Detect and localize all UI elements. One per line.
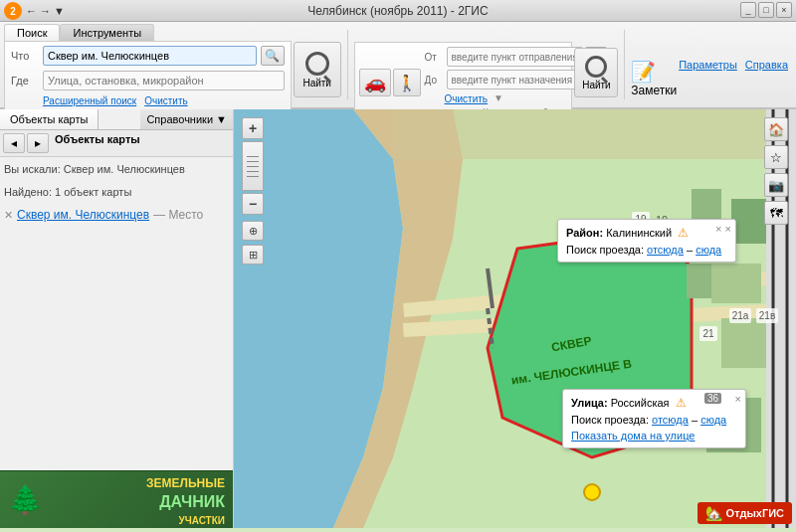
layers-button[interactable]: ⊞ — [242, 245, 264, 265]
otdyh-banner[interactable]: 🏡 ОтдыхГИС — [697, 502, 792, 524]
quick-dropdown[interactable]: ▼ — [54, 5, 65, 17]
window-controls: _ □ × — [740, 2, 792, 18]
popup2-from-link[interactable]: отсюда — [652, 414, 689, 426]
search-result-query: Вы искали: Сквер им. Челюскинцев — [4, 161, 229, 178]
popup1-route: Поиск проезда: отсюда – сюда — [566, 244, 727, 256]
search-button-small[interactable]: 🔍 — [261, 46, 285, 66]
quick-forward[interactable]: → — [40, 5, 51, 17]
find-button[interactable]: Найти — [294, 42, 341, 97]
zaметки-label: Заметки — [631, 84, 677, 97]
result-name-0[interactable]: Сквер им. Челюскинцев — [17, 208, 149, 222]
result-item-0[interactable]: ✕ Сквер им. Челюскинцев — Место — [4, 206, 229, 224]
map-scale-bar — [242, 141, 264, 191]
map-controls: + − ⊕ ⊞ — [242, 117, 264, 265]
otdyh-house-icon: 🏡 — [705, 505, 722, 521]
sidebar-section-title: Объекты карты — [55, 133, 140, 153]
app-logo[interactable]: 2 — [4, 2, 22, 20]
popup2-show-link[interactable]: Показать дома на улице — [571, 430, 737, 442]
quick-access-bar: ← → ▼ — [26, 5, 65, 17]
zaметки-button[interactable]: 📝 Заметки — [631, 60, 677, 97]
otdyh-text: ОтдыхГИС — [726, 507, 784, 519]
route-dropdown-arrow[interactable]: ▼ — [494, 92, 505, 104]
svg-point-37 — [584, 484, 600, 500]
popup2-dash: – — [692, 414, 700, 426]
window-title: Челябинск (ноябрь 2011) - 2ГИС — [307, 4, 488, 18]
ad-text: ЗЕМЕЛЬНЫЕ ДАЧНИК УЧАСТКИ В СОБСТВЕННОСТЬ… — [134, 475, 225, 529]
search-where-input[interactable] — [43, 71, 285, 90]
popup1-warning-icon: ⚠ — [678, 226, 689, 240]
ribbon-right-panel: Параметры Справка — [679, 24, 792, 105]
map-icon-1[interactable]: 🏠 — [764, 117, 788, 141]
popup1-close[interactable]: × × — [715, 223, 731, 235]
popup2-pin: 36 — [704, 393, 721, 404]
map-icon-2[interactable]: ☆ — [764, 145, 788, 169]
ribbon-divider-2 — [624, 30, 625, 99]
zoom-out-button[interactable]: − — [242, 193, 264, 215]
where-label: Где — [11, 75, 39, 87]
svg-rect-3 — [393, 109, 791, 159]
route-car-icon[interactable]: 🚗 — [359, 69, 391, 96]
popup2-to-link[interactable]: сюда — [700, 414, 726, 426]
ad-banner[interactable]: 🌲 ЗЕМЕЛЬНЫЕ ДАЧНИК УЧАСТКИ В СОБСТВЕННОС… — [0, 470, 233, 528]
tab-tools[interactable]: Инструменты — [60, 24, 154, 41]
popup2-close[interactable]: × — [735, 393, 741, 405]
sidebar-content: Вы искали: Сквер им. Челюскинцев Найдено… — [0, 157, 233, 470]
sidebar: Объекты карты Справочники ▼ ◂ ▸ Объекты … — [0, 109, 234, 528]
popup-street: 36 × Улица: Российская ⚠ Поиск проезда: … — [562, 389, 746, 448]
result-type-0: — Место — [153, 208, 203, 222]
popup1-from-link[interactable]: отсюда — [647, 244, 684, 256]
sidebar-tab-objects[interactable]: Объекты карты — [0, 109, 99, 129]
popup2-street-label: Улица: — [571, 397, 608, 409]
route-find-button[interactable]: Найти — [574, 48, 618, 97]
result-icon-0: ✕ — [4, 209, 13, 222]
route-to-input[interactable] — [447, 70, 583, 89]
popup-district: × × Район: Калининский ⚠ Поиск проезда: … — [557, 219, 736, 263]
map-right-icons: 🏠 ☆ 📷 🗺 — [764, 117, 788, 225]
minimize-button[interactable]: _ — [740, 2, 756, 18]
compass-button[interactable]: ⊕ — [242, 221, 264, 241]
map-icon-4[interactable]: 🗺 — [764, 201, 788, 225]
map-icon-3[interactable]: 📷 — [764, 173, 788, 197]
search-what-input[interactable] — [43, 46, 257, 66]
route-clear-link[interactable]: Очистить — [445, 93, 489, 104]
popup2-route-label: Поиск проезда: — [571, 414, 649, 426]
search-result-count: Найдено: 1 объект карты — [4, 184, 229, 201]
popup1-region-label: Район: — [566, 227, 603, 239]
what-label: Что — [11, 50, 39, 62]
popup1-dash: – — [687, 244, 696, 256]
popup1-route-label: Поиск проезда: — [566, 244, 644, 256]
map-svg: 19 19 18 18 21 21а 21в 23а СКВЕР им. ЧЕЛ… — [234, 109, 796, 528]
svg-text:21а: 21а — [732, 310, 749, 321]
ad-image[interactable]: 🌲 ЗЕМЕЛЬНЫЕ ДАЧНИК УЧАСТКИ В СОБСТВЕННОС… — [0, 471, 233, 529]
route-foot-icon[interactable]: 🚶 — [393, 69, 421, 96]
quick-back[interactable]: ← — [26, 5, 37, 17]
popup2-street-value: Российская — [611, 397, 670, 409]
main-area: Объекты карты Справочники ▼ ◂ ▸ Объекты … — [0, 109, 796, 528]
restore-button[interactable]: □ — [758, 2, 774, 18]
sidebar-tool-back[interactable]: ◂ — [3, 133, 25, 153]
extended-search-link[interactable]: Расширенный поиск — [43, 95, 136, 106]
route-from-input[interactable] — [447, 47, 583, 67]
ribbon-divider-1 — [347, 30, 348, 99]
help-link[interactable]: Справка — [745, 59, 788, 71]
clear-search-link[interactable]: Очистить — [144, 95, 188, 106]
to-label: До — [425, 75, 445, 86]
settings-link[interactable]: Параметры — [679, 59, 737, 71]
svg-rect-7 — [687, 264, 711, 298]
ad-tree-icon: 🌲 — [8, 483, 43, 516]
sidebar-tabs: Объекты карты Справочники ▼ — [0, 109, 233, 130]
sidebar-toolbar: ◂ ▸ Объекты карты — [0, 130, 233, 157]
sidebar-tool-forward[interactable]: ▸ — [27, 133, 49, 153]
zoom-in-button[interactable]: + — [242, 117, 264, 139]
map-area[interactable]: 19 19 18 18 21 21а 21в 23а СКВЕР им. ЧЕЛ… — [234, 109, 796, 528]
tab-search[interactable]: Поиск — [4, 24, 60, 41]
sidebar-dropdown[interactable]: Справочники ▼ — [140, 109, 233, 129]
titlebar: 2 ← → ▼ Челябинск (ноябрь 2011) - 2ГИС _… — [0, 0, 796, 22]
popup1-to-link[interactable]: сюда — [696, 244, 721, 256]
ribbon: Поиск Инструменты Что 🔍 Где Расширенный … — [0, 22, 796, 109]
close-button[interactable]: × — [776, 2, 792, 18]
popup2-warning-icon: ⚠ — [676, 396, 687, 410]
popup2-route: Поиск проезда: отсюда – сюда — [571, 414, 737, 426]
popup1-region-value: Калининский — [606, 227, 672, 239]
svg-text:21в: 21в — [759, 310, 775, 321]
